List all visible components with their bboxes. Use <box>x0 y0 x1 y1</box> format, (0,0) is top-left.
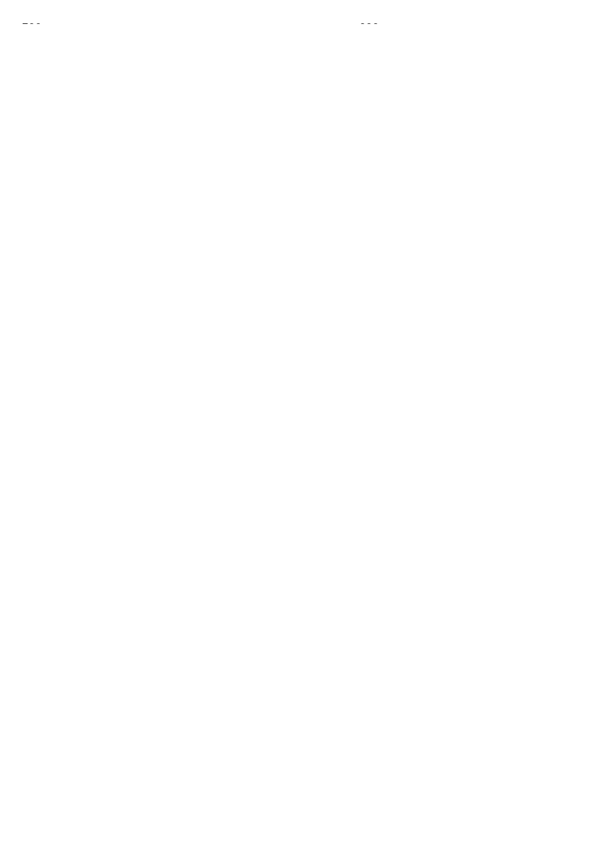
figure-number-label: 500 <box>21 21 41 24</box>
figure-number-label: 600 <box>358 21 378 24</box>
